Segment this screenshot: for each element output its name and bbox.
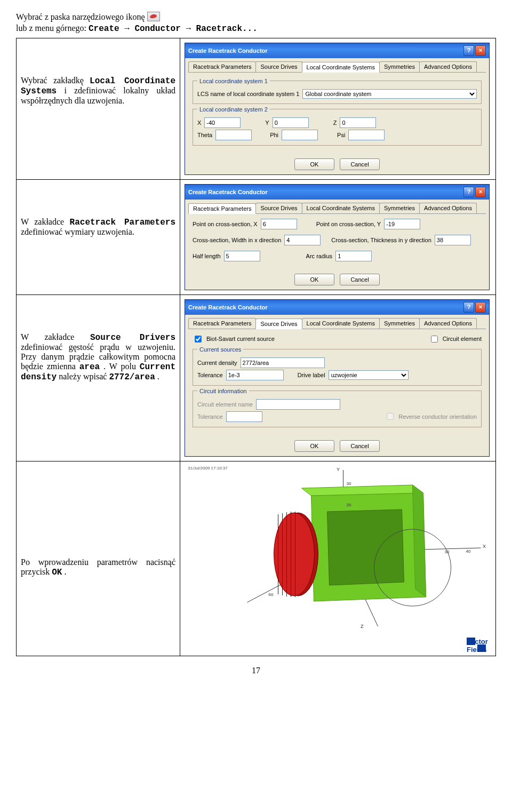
- menu-path: Create → Conductor → Racetrack...: [89, 24, 258, 34]
- svg-text:40: 40: [466, 549, 471, 554]
- row2-pre: W zakładce: [21, 217, 70, 226]
- close-icon[interactable]: ×: [475, 45, 486, 56]
- lcs1-label: LCS name of local coordinate system 1: [197, 91, 299, 97]
- cd-input[interactable]: [241, 357, 325, 368]
- circuit-checkbox[interactable]: [431, 336, 438, 343]
- tab-local-coord[interactable]: Local Coordinate Systems: [302, 203, 380, 213]
- model-render: 31/Jul/2009 17:10:37 Y X Z: [185, 464, 491, 634]
- cancel-button[interactable]: Cancel: [340, 440, 380, 452]
- dl-label: Drive label: [298, 372, 325, 378]
- tab-racetrack-parameters[interactable]: Racetrack Parameters: [188, 318, 256, 329]
- tab-symmetries[interactable]: Symmetries: [379, 61, 420, 72]
- row3-end: .: [157, 372, 159, 381]
- ci-legend: Circuit information: [197, 388, 249, 394]
- page-number: 17: [16, 656, 496, 675]
- csw-input[interactable]: [284, 235, 321, 245]
- dialog3-title: Create Racetrack Conductor: [188, 304, 268, 311]
- psi-label: Psi: [337, 132, 345, 138]
- axis-x-label: X: [483, 544, 486, 549]
- lcs1-select[interactable]: Global coordinate system: [302, 89, 477, 99]
- vector-fields-logo: Vector Fields: [185, 634, 491, 654]
- racetrack-toolbar-icon: [147, 12, 160, 21]
- help-icon[interactable]: ?: [463, 187, 474, 197]
- ok-button[interactable]: OK: [294, 440, 334, 452]
- svg-point-9: [274, 513, 315, 596]
- cancel-button[interactable]: Cancel: [340, 158, 380, 170]
- tab-local-coord[interactable]: Local Coordinate Systems: [302, 62, 380, 73]
- row3-paragraph: W zakładce Source Drivers zdefiniować gę…: [21, 332, 175, 382]
- pocsx-input[interactable]: [261, 219, 297, 229]
- tab-racetrack-parameters[interactable]: Racetrack Parameters: [188, 203, 256, 214]
- intro-line2a: lub z menu górnego:: [16, 23, 89, 33]
- y-input[interactable]: [273, 117, 309, 128]
- fs2-legend: Local coordinate system 2: [197, 106, 270, 113]
- render-timestamp: 31/Jul/2009 17:10:37: [188, 466, 228, 471]
- phi-input[interactable]: [282, 130, 318, 140]
- tab-advanced[interactable]: Advanced Options: [419, 318, 477, 329]
- svg-text:60: 60: [269, 592, 274, 597]
- close-icon[interactable]: ×: [475, 302, 486, 313]
- ok-button[interactable]: OK: [294, 274, 334, 285]
- rev-checkbox: [387, 413, 394, 420]
- tab-source-drives[interactable]: Source Drives: [255, 61, 302, 72]
- kw-2772-area: 2772/area: [109, 372, 155, 382]
- pocsx-label: Point on cross-section, X: [193, 221, 258, 227]
- pocsy-input[interactable]: [384, 219, 420, 229]
- citol-label: Tolerance: [197, 413, 223, 420]
- vf-text: Vector Fields: [467, 638, 475, 645]
- arc-input[interactable]: [335, 251, 372, 261]
- circuit-label: Circuit element: [443, 336, 482, 342]
- ok-button[interactable]: OK: [294, 158, 334, 170]
- phi-label: Phi: [270, 132, 278, 138]
- psi-input[interactable]: [348, 130, 385, 140]
- cen-input: [256, 399, 340, 410]
- tol-label: Tolerance: [197, 372, 223, 378]
- z-label: Z: [333, 120, 337, 126]
- hlen-input[interactable]: [224, 251, 260, 261]
- cancel-button[interactable]: Cancel: [340, 274, 380, 285]
- cst-input[interactable]: [435, 235, 471, 245]
- svg-text:30: 30: [347, 481, 351, 486]
- kw-racetrack-params: Racetrack Parameters: [70, 218, 175, 227]
- dialog-2: Create Racetrack Conductor ? × Racetrack…: [185, 184, 490, 290]
- tab-source-drives[interactable]: Source Drives: [255, 203, 302, 213]
- kw-ok: OK: [52, 568, 62, 577]
- row4-paragraph: Po wprowadzeniu parametrów nacisnąć przy…: [21, 558, 175, 577]
- pocsy-label: Point on cross-section, Y: [316, 221, 381, 227]
- dialog2-title: Create Racetrack Conductor: [188, 189, 268, 195]
- tab-advanced[interactable]: Advanced Options: [419, 203, 477, 213]
- y-label: Y: [265, 120, 269, 126]
- fs1-legend: Local coordinate system 1: [197, 78, 270, 84]
- tab-racetrack-parameters[interactable]: Racetrack Parameters: [188, 61, 256, 72]
- tab-symmetries[interactable]: Symmetries: [379, 203, 420, 213]
- kw-source-drivers: Source Drivers: [90, 333, 175, 343]
- tol-input[interactable]: [226, 370, 284, 380]
- axis-z-label: Z: [361, 624, 364, 629]
- row1-pre: Wybrać zakładkę: [21, 76, 90, 85]
- x-input[interactable]: [204, 117, 241, 128]
- help-icon[interactable]: ?: [463, 45, 474, 56]
- tab-symmetries[interactable]: Symmetries: [379, 318, 420, 329]
- csw-label: Cross-section, Width in x direction: [193, 237, 281, 243]
- dialog1-title: Create Racetrack Conductor: [188, 47, 268, 54]
- hlen-label: Half length: [193, 253, 221, 259]
- row2-paragraph: W zakładce Racetrack Parameters zdefinio…: [21, 217, 175, 237]
- theta-input[interactable]: [215, 130, 252, 140]
- dl-select[interactable]: uzwojenie: [329, 370, 409, 380]
- cst-label: Cross-section, Thickness in y direction: [331, 237, 431, 243]
- citol-input: [226, 411, 262, 422]
- tab-source-drives[interactable]: Source Drives: [255, 319, 302, 329]
- row4-post: .: [64, 567, 66, 576]
- biot-checkbox[interactable]: [195, 336, 202, 343]
- biot-label: Biot-Savart current source: [206, 336, 275, 342]
- help-icon[interactable]: ?: [463, 302, 474, 313]
- close-icon[interactable]: ×: [475, 187, 486, 197]
- tab-local-coord[interactable]: Local Coordinate Systems: [302, 318, 380, 329]
- cen-label: Circuit element name: [197, 401, 253, 408]
- axis-y-label: Y: [337, 467, 340, 472]
- row3-pre: W zakładce: [21, 332, 90, 341]
- z-input[interactable]: [340, 117, 376, 128]
- tab-advanced[interactable]: Advanced Options: [419, 61, 477, 72]
- row3-mid3: należy wpisać: [59, 372, 109, 381]
- rev-label: Reverse conductor orientation: [398, 413, 477, 420]
